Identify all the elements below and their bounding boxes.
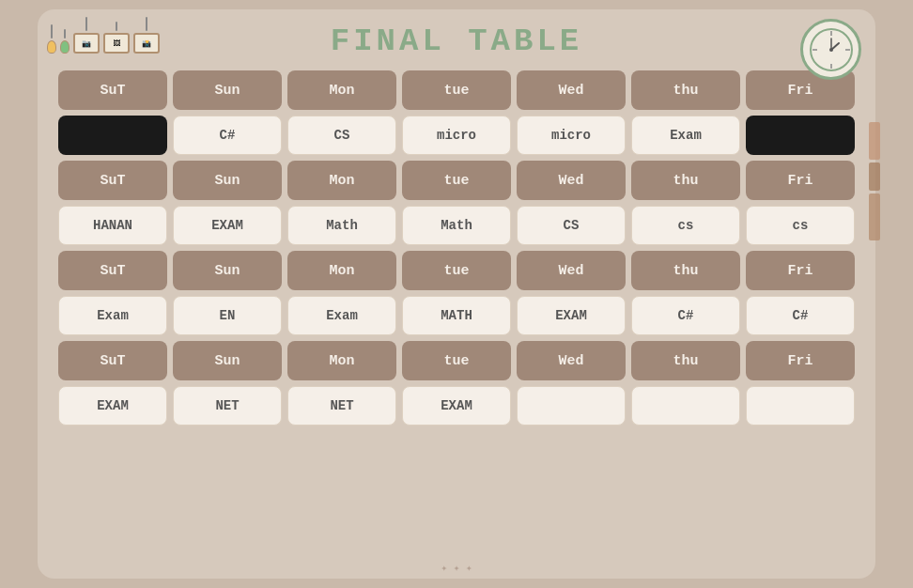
table-cell: MATH bbox=[402, 296, 511, 335]
table-cell: CS bbox=[287, 116, 396, 155]
table-cell: micro bbox=[517, 116, 626, 155]
clock-decoration bbox=[800, 19, 861, 80]
bottom-decoration: ✦ ✦ ✦ bbox=[441, 562, 472, 574]
table-cell: tue bbox=[402, 341, 511, 380]
table-cell: Fri bbox=[746, 341, 855, 380]
table-cell: thu bbox=[631, 161, 740, 200]
table-cell: SuT bbox=[58, 251, 167, 290]
table-cell: Sun bbox=[173, 251, 282, 290]
table-cell: cs bbox=[746, 206, 855, 245]
table-cell: C# bbox=[173, 116, 282, 155]
table-cell: SuT bbox=[58, 70, 167, 110]
table-cell: Exam bbox=[631, 116, 740, 155]
table-cell bbox=[746, 116, 855, 155]
table-cell: Wed bbox=[517, 70, 626, 110]
table-cell: C# bbox=[746, 296, 855, 335]
table-cell: thu bbox=[631, 70, 740, 110]
table-cell: Wed bbox=[517, 251, 626, 290]
table-cell bbox=[58, 116, 167, 155]
table-cell: Exam bbox=[58, 296, 167, 335]
table-cell bbox=[746, 386, 855, 426]
table-cell bbox=[517, 386, 626, 426]
table-cell: NET bbox=[173, 386, 282, 426]
decorative-lights: 📷 🖼 📸 bbox=[47, 17, 160, 54]
table-cell: EXAM bbox=[402, 386, 511, 426]
table-cell: Wed bbox=[517, 161, 626, 200]
table-cell: Fri bbox=[746, 251, 855, 290]
table-cell: EN bbox=[173, 296, 282, 335]
table-cell: CS bbox=[517, 206, 626, 245]
table-cell: SuT bbox=[58, 341, 167, 380]
main-container: 📷 🖼 📸 FINAL TABLE SuTSunMontueWedthuFr bbox=[38, 9, 875, 579]
table-cell: cs bbox=[631, 206, 740, 245]
table-cell: Math bbox=[287, 206, 396, 245]
table-cell: Sun bbox=[173, 341, 282, 380]
table-cell: HANAN bbox=[58, 206, 167, 245]
table-cell: EXAM bbox=[517, 296, 626, 335]
table-cell: Sun bbox=[173, 161, 282, 200]
page-title: FINAL TABLE bbox=[54, 23, 859, 59]
table-cell: NET bbox=[287, 386, 396, 426]
table-cell: Fri bbox=[746, 161, 855, 200]
table-cell: EXAM bbox=[173, 206, 282, 245]
table-cell: micro bbox=[402, 116, 511, 155]
table-cell: Mon bbox=[287, 251, 396, 290]
table-cell: SuT bbox=[58, 161, 167, 200]
table-cell: Mon bbox=[287, 341, 396, 380]
table-cell: EXAM bbox=[58, 386, 167, 426]
table-cell: C# bbox=[631, 296, 740, 335]
table-cell: thu bbox=[631, 251, 740, 290]
table-cell: Wed bbox=[517, 341, 626, 380]
table-cell: Sun bbox=[173, 70, 282, 110]
table-cell bbox=[631, 386, 740, 426]
table-cell: tue bbox=[402, 161, 511, 200]
table-cell: Math bbox=[402, 206, 511, 245]
table-cell: Mon bbox=[287, 70, 396, 110]
table-cell: thu bbox=[631, 341, 740, 380]
schedule-grid: SuTSunMontueWedthuFriC#CSmicromicroExamS… bbox=[54, 70, 859, 426]
right-decoration bbox=[869, 122, 880, 240]
table-cell: tue bbox=[402, 70, 511, 110]
table-cell: tue bbox=[402, 251, 511, 290]
table-cell: Exam bbox=[287, 296, 396, 335]
table-cell: Mon bbox=[287, 161, 396, 200]
svg-point-7 bbox=[829, 48, 833, 52]
